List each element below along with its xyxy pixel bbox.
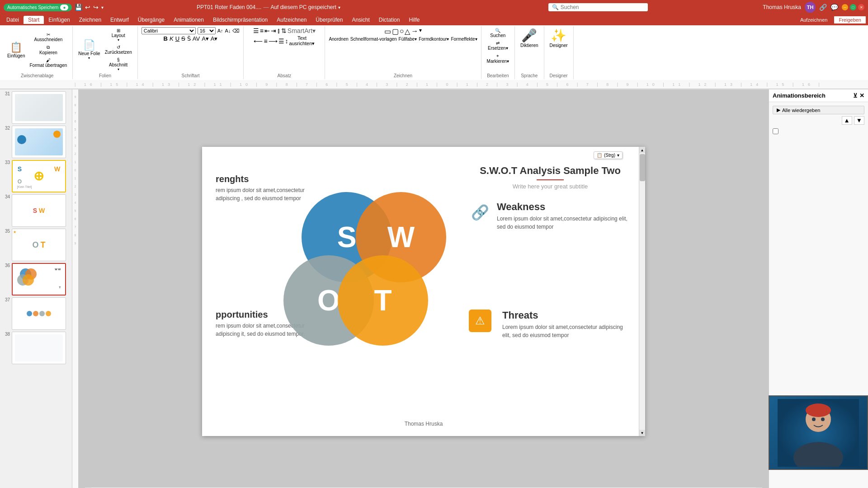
vscroll-track[interactable] [639,153,645,430]
justify-button[interactable]: ☰ [278,35,284,47]
align-left-button[interactable]: ⟵ [254,35,263,47]
tab-einfuegen[interactable]: Einfügen [44,16,74,24]
section-button[interactable]: § Abschnitt ▾ [103,56,134,72]
slide-img-31[interactable] [12,91,66,124]
vscroll-down[interactable]: ▼ [639,430,645,436]
indent-more-button[interactable]: ⇥ [271,27,276,34]
font-size-select[interactable]: 16 [198,27,216,34]
underline-button[interactable]: U [175,35,179,42]
reset-button[interactable]: ↺ Zurücksetzen [103,44,134,56]
text-direction-button[interactable]: ⇅ [281,27,287,34]
cut-button[interactable]: ✂ Ausschneiden [28,31,69,43]
slide-img-35[interactable]: O T ★ [12,229,66,261]
font-decrease-button[interactable]: A↓ [225,28,231,33]
outline-button[interactable]: Formdkontour▾ [419,37,449,42]
title-save-arrow[interactable]: ▾ [338,5,340,10]
tab-datei[interactable]: Datei [2,16,24,24]
font-increase-button[interactable]: A↑ [217,28,223,33]
minimize-button[interactable]: ─ [842,4,848,10]
slide-thumb-34[interactable]: 34 S W [2,194,70,227]
slide-thumb-32[interactable]: 32 [2,126,70,158]
slide-thumb-38[interactable]: 38 [2,332,70,364]
tab-animationen[interactable]: Animationen [169,16,208,24]
layout-button[interactable]: ⊞ Layout ▾ [103,27,134,43]
quick-styles-button[interactable]: Schnellformat-vorlagen [350,37,397,42]
aufzeichnen-button[interactable]: Aufzeichnen [796,16,832,23]
autosave-toggle[interactable]: Automatisches Speichern ● [4,4,72,11]
slide-thumb-35[interactable]: 35 O T ★ [2,229,70,261]
smartart-button[interactable]: SmartArt▾ [288,27,316,34]
vscroll-up[interactable]: ▲ [639,147,645,153]
tab-bildschirm[interactable]: Bildschirmpräsentation [208,16,272,24]
shape-oval[interactable]: ○ [400,27,404,36]
line-spacing-button[interactable]: ↕ [285,35,288,47]
slide-img-33[interactable]: ⊕ [Kein Titel] S W O [12,160,66,192]
anim-next-button[interactable]: ▼ [854,116,864,125]
shape-arrow[interactable]: → [411,27,418,36]
comments-icon[interactable]: 💬 [830,4,838,11]
play-all-button[interactable]: ▶ Alle wiedergeben [773,106,864,114]
slide-vscroll[interactable]: ▲ ▼ [639,147,645,436]
tab-zeichnen[interactable]: Zeichnen [75,16,106,24]
tab-entwurf[interactable]: Entwurf [106,16,133,24]
copy-button[interactable]: ⧉ Kopieren [28,44,69,56]
undo-icon[interactable]: ↩ [85,4,90,11]
expand-icon[interactable]: ⊻ [853,92,858,99]
share-icon[interactable]: 🔗 [819,4,827,11]
slide-img-34[interactable]: S W [12,194,66,227]
font-color-button[interactable]: A▾ [202,35,209,42]
arrange-button[interactable]: Anordnen [329,37,348,42]
anim-checkbox[interactable] [773,128,778,134]
slide-img-32[interactable] [12,126,66,158]
effects-button[interactable]: Formeffekte▾ [451,37,477,42]
tab-hilfe[interactable]: Hilfe [404,16,424,24]
anim-prev-button[interactable]: ▲ [842,116,852,125]
ctrl-popup[interactable]: 📋 (Strg) ▾ [594,151,623,159]
numbering-button[interactable]: ≡ [260,27,264,34]
search-bar[interactable]: 🔍 [548,3,648,11]
tab-dictation[interactable]: Dictation [374,16,405,24]
format-painter-button[interactable]: 🖌 Format übertragen [28,57,69,69]
shadow-button[interactable]: S̈ [187,35,191,42]
slide-img-38[interactable] [12,332,66,364]
highlight-button[interactable]: A▾ [211,35,218,42]
designer-button[interactable]: ✨ Designer [548,27,570,49]
close-button[interactable]: ✕ [858,4,864,10]
maximize-button[interactable]: □ [850,4,856,10]
slide-thumb-36[interactable]: 36 W W T [2,263,70,296]
paste-button[interactable]: 📋 Einfügen [5,41,27,59]
bold-button[interactable]: B [164,35,168,42]
save-icon[interactable]: 💾 [75,4,82,11]
char-spacing-button[interactable]: AV [193,35,200,42]
fill-button[interactable]: Füllfabe▾ [399,37,417,42]
ctrl-arrow[interactable]: ▾ [617,153,619,158]
slide-thumb-33[interactable]: 33 ⊕ [Kein Titel] S W O [2,160,70,192]
shape-rect[interactable]: ▭ [384,27,391,36]
align-right-button[interactable]: ⟶ [269,35,278,47]
close-panel-icon[interactable]: ✕ [859,92,864,99]
font-family-select[interactable]: Calibri [142,27,196,34]
slide-img-36[interactable]: W W T [12,263,66,296]
strikethrough-button[interactable]: S [181,35,185,42]
tab-ueberpruefen[interactable]: Überprüfen [311,16,347,24]
select-button[interactable]: ⌖ Markieren▾ [485,52,511,65]
shape-more[interactable]: ▾ [419,27,422,36]
search-input[interactable] [561,4,624,10]
align-center-button[interactable]: ≡ [264,35,267,47]
bullets-button[interactable]: ☰ [253,27,259,34]
find-button[interactable]: 🔍 Suchen [485,27,511,39]
tab-start[interactable]: Start [24,16,44,24]
tab-uebergaenge[interactable]: Übergänge [133,16,169,24]
slide-thumb-37[interactable]: 37 [2,297,70,330]
new-slide-button[interactable]: 📄 Neue Folie ▾ [76,38,102,61]
tab-ansicht[interactable]: Ansicht [347,16,374,24]
freigeben-button[interactable]: Freigeben [834,16,866,24]
clear-format-button[interactable]: ⌫ [232,28,240,34]
vscroll-thumb[interactable] [640,154,645,181]
redo-icon[interactable]: ↪ [93,4,99,11]
slide-thumb-31[interactable]: 31 [2,91,70,124]
italic-button[interactable]: K [170,35,174,42]
shape-rounded[interactable]: ▢ [392,27,399,36]
replace-button[interactable]: ⇌ Ersetzen▾ [485,40,511,52]
slide-canvas[interactable]: renghts rem ipsum dolor sit amet,consect… [202,147,645,436]
